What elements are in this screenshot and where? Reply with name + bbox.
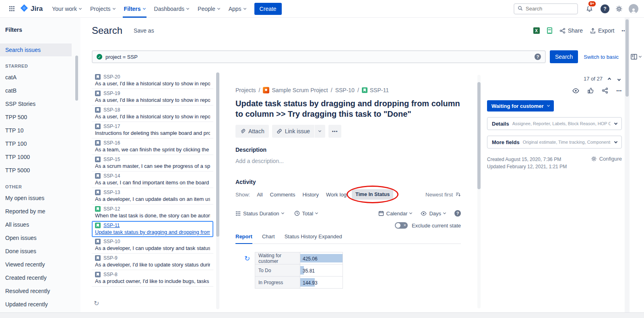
sidebar-item-ttp-5000[interactable]: TTP 5000: [0, 164, 80, 177]
sidebar-item-tpp-500[interactable]: TPP 500: [0, 111, 80, 124]
link-issue-dropdown[interactable]: [315, 125, 325, 138]
list-item-ssp-20[interactable]: SSP-20 As a user, I'd like a historical …: [92, 72, 213, 89]
filter-history[interactable]: History: [299, 190, 321, 200]
list-item-ssp-16[interactable]: SSP-16 As a team, we can finish the spri…: [92, 138, 213, 155]
create-button[interactable]: Create: [254, 3, 282, 15]
save-as-button[interactable]: Save as: [134, 27, 154, 34]
sidebar-item-cata[interactable]: catA: [0, 71, 80, 84]
list-item-ssp-14[interactable]: SSP-14 As a user, I can find important i…: [92, 171, 213, 188]
sidebar-item-reported-by-me[interactable]: Reported by me: [0, 205, 80, 218]
sidebar-scrollbar[interactable]: [75, 56, 78, 101]
gadget-help-icon[interactable]: ?: [454, 210, 461, 217]
details-section-toggle[interactable]: Details Assignee, Reporter, Labels, Bloc…: [487, 117, 622, 130]
jira-logo[interactable]: Jira: [18, 4, 47, 14]
layout-switch-icon[interactable]: [631, 54, 641, 60]
sidebar-item-done-issues[interactable]: Done issues: [0, 245, 80, 258]
issue-more-actions[interactable]: •••: [328, 125, 341, 138]
sidebar-item-ttp-1000[interactable]: TTP 1000: [0, 151, 80, 164]
sidebar-item-created-recently[interactable]: Created recently: [0, 271, 80, 285]
exclude-current-state-toggle[interactable]: ×: [395, 222, 408, 229]
description-placeholder[interactable]: Add a description...: [235, 158, 461, 164]
search-button[interactable]: Search: [550, 50, 578, 63]
tab-chart[interactable]: Chart: [262, 233, 275, 244]
list-item-ssp-13[interactable]: SSP-13 As a developer, I can update deta…: [92, 188, 213, 204]
sidebar-item-ttp-10[interactable]: TTP 10: [0, 124, 80, 137]
filter-time-in-status[interactable]: Time In Status: [352, 189, 393, 200]
sidebar-item-all-issues[interactable]: All issues: [0, 218, 80, 231]
status-dropdown-button[interactable]: Waiting for customer: [487, 100, 554, 112]
list-item-ssp-12[interactable]: SSP-12 When the last task is done, the s…: [92, 204, 213, 221]
vote-thumbs-up-icon[interactable]: [587, 87, 594, 94]
filter-all[interactable]: All: [254, 190, 265, 200]
list-item-ssp-15[interactable]: SSP-15 As a scrum master, I can see the …: [92, 155, 213, 171]
list-item-ssp-18[interactable]: SSP-18 As a user, I'd like a historical …: [92, 105, 213, 122]
breadcrumb-current-issue[interactable]: SSP-11: [362, 87, 389, 93]
sidebar-section-starred: STARRED: [0, 56, 80, 71]
share-issue-icon[interactable]: [602, 87, 608, 94]
nav-dashboards[interactable]: Dashboards: [150, 0, 194, 18]
nav-apps[interactable]: Apps: [224, 0, 250, 18]
report-refresh-icon[interactable]: ↻: [244, 254, 250, 263]
watch-eye-icon[interactable]: [572, 88, 579, 93]
tab-report[interactable]: Report: [235, 233, 252, 244]
issue-panel-more-icon[interactable]: •••: [616, 89, 622, 93]
list-item-ssp-8[interactable]: SSP-8 As a product owner, I'd like to in…: [92, 270, 213, 287]
status-duration-dropdown[interactable]: Status Duration: [235, 211, 284, 217]
help-icon[interactable]: ?: [601, 4, 609, 13]
nav-people[interactable]: People: [193, 0, 224, 18]
global-search-input[interactable]: [526, 6, 572, 12]
query-help-icon[interactable]: ?: [535, 54, 541, 60]
list-item-ssp-11-selected[interactable]: SSP-11 Update task status by dragging an…: [92, 221, 213, 237]
jql-input-box[interactable]: ✓ ?: [92, 50, 546, 63]
app-switcher-icon[interactable]: [6, 3, 18, 15]
filter-comments[interactable]: Comments: [267, 190, 298, 200]
sort-order-button[interactable]: Newest first: [425, 192, 461, 198]
sidebar-item-open-issues[interactable]: Open issues: [0, 231, 80, 245]
excel-export-icon[interactable]: X: [533, 27, 540, 34]
sidebar-item-catb[interactable]: catB: [0, 84, 80, 97]
sidebar-item-updated-recently[interactable]: Updated recently: [0, 298, 80, 311]
next-issue-icon[interactable]: [616, 75, 622, 83]
sheet-export-icon[interactable]: [547, 27, 552, 34]
breadcrumb-projects[interactable]: Projects: [235, 87, 256, 93]
sidebar-item-my-open-issues[interactable]: My open issues: [0, 192, 80, 205]
breadcrumb-parent-issue[interactable]: SSP-10: [335, 87, 355, 93]
detail-scrollbar-thumb[interactable]: [477, 82, 481, 189]
list-item-ssp-10[interactable]: SSP-10 As a developer, I can update stor…: [92, 237, 213, 254]
nav-projects[interactable]: Projects: [86, 0, 120, 18]
refresh-results-icon[interactable]: ↻: [94, 299, 99, 307]
configure-button[interactable]: Configure: [591, 156, 622, 162]
switch-to-basic-link[interactable]: Switch to basic: [584, 54, 619, 60]
user-avatar[interactable]: [629, 4, 638, 14]
nav-your-work[interactable]: Your work: [47, 0, 86, 18]
filter-work-log[interactable]: Work log: [323, 190, 349, 200]
link-issue-button[interactable]: Link issue: [272, 125, 314, 138]
sidebar-item-viewed-recently[interactable]: Viewed recently: [0, 258, 80, 271]
issue-list-scrollbar-thumb[interactable]: [216, 72, 219, 237]
sidebar-item-resolved-recently[interactable]: Resolved recently: [0, 285, 80, 298]
sidebar-item-search-issues[interactable]: Search issues: [0, 43, 72, 56]
more-fields-section-toggle[interactable]: More fields Original estimate, Time trac…: [487, 136, 622, 149]
horizontal-scrollbar: [0, 312, 644, 318]
sidebar-item-ttp-100[interactable]: TTP 100: [0, 137, 80, 151]
list-item-ssp-19[interactable]: SSP-19 As a user, I'd like a historical …: [92, 89, 213, 105]
page-scrollbar-thumb[interactable]: [625, 19, 629, 97]
tab-status-history-expanded[interactable]: Status History Expanded: [285, 233, 342, 244]
total-dropdown[interactable]: Total: [294, 211, 318, 217]
sidebar-item-ssp-stories[interactable]: SSP Stories: [0, 97, 80, 111]
share-button[interactable]: Share: [559, 27, 583, 34]
breadcrumb-project[interactable]: Sample Scrum Project: [263, 87, 328, 93]
calendar-dropdown[interactable]: Calendar: [378, 211, 412, 217]
list-item-ssp-17[interactable]: SSP-17 Instructions for deleting this sa…: [92, 122, 213, 138]
notifications-bell-icon[interactable]: 9+: [584, 4, 594, 14]
settings-gear-icon[interactable]: [615, 5, 623, 12]
attach-button[interactable]: Attach: [235, 125, 269, 138]
nav-filters[interactable]: Filters: [120, 0, 150, 18]
export-button[interactable]: Export: [590, 27, 614, 34]
jql-input[interactable]: [105, 54, 531, 60]
days-unit-dropdown[interactable]: Days: [421, 211, 446, 217]
time-in-status-toolbar: Status Duration Total Calendar Days ?: [235, 210, 461, 217]
list-item-ssp-9[interactable]: SSP-9 As a developer, I'd like to update…: [92, 254, 213, 270]
global-search-box[interactable]: [514, 3, 578, 14]
previous-issue-icon[interactable]: [607, 75, 612, 83]
